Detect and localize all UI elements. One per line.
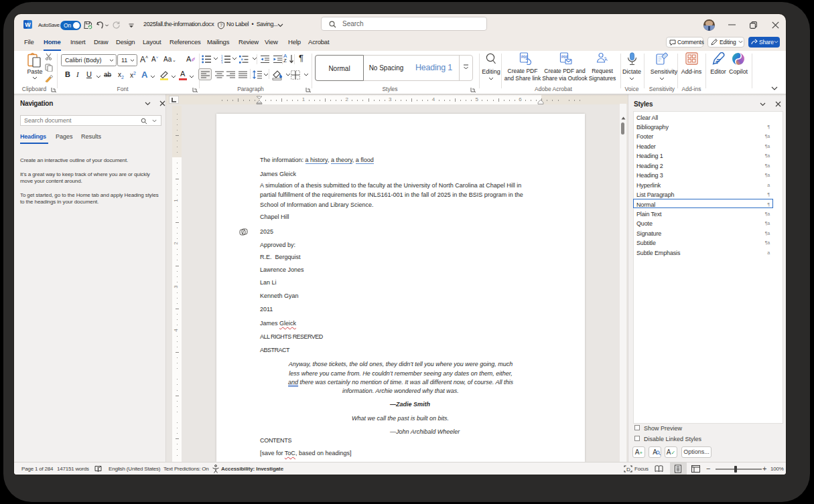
svg-text:3: 3 [221,62,223,64]
svg-text:?: ? [220,23,222,27]
svg-text:D: D [626,467,630,473]
svg-text:PDF: PDF [521,55,528,59]
svg-text:W: W [25,21,31,28]
svg-text:PDF: PDF [561,55,568,59]
